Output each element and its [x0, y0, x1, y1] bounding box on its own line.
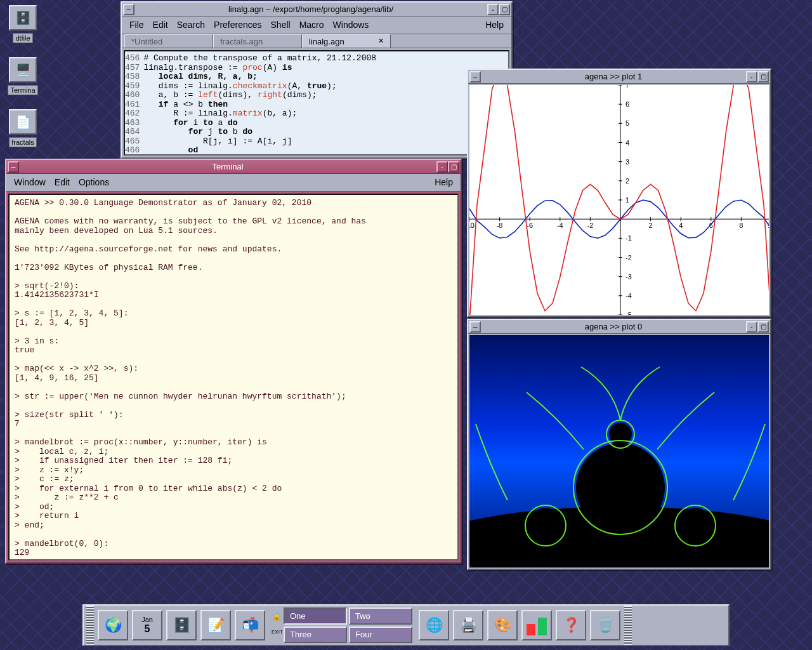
editor-content[interactable]: 456 457 458 459 460 461 462 463 464 465 …: [124, 50, 509, 156]
menu-edit[interactable]: Edit: [149, 18, 172, 31]
help-button[interactable]: ❓: [556, 610, 586, 640]
menu-edit[interactable]: Edit: [51, 176, 74, 189]
plot1-canvas: -10-8-6-4-2246810-5-4-3-2-11234567: [469, 85, 769, 315]
panel-grip-left[interactable]: [86, 606, 94, 645]
close-icon[interactable]: ✕: [359, 37, 384, 45]
svg-text:2: 2: [649, 222, 653, 229]
svg-text:-2: -2: [587, 222, 594, 229]
svg-text:-10: -10: [469, 222, 475, 229]
desktop-icon-dtfile[interactable]: 🗄️ dtfile: [5, 5, 41, 43]
file-manager-button[interactable]: 🗄️: [166, 610, 197, 640]
menu-options[interactable]: Options: [75, 176, 113, 189]
svg-point-50: [528, 508, 563, 543]
svg-text:4: 4: [679, 222, 683, 229]
menu-macro[interactable]: Macro: [296, 18, 328, 31]
workspace-two[interactable]: Two: [349, 607, 412, 625]
plot0-window: agena >> plot 0: [467, 319, 771, 570]
svg-text:-4: -4: [557, 222, 563, 229]
exit-button[interactable]: EXIT: [272, 627, 282, 644]
svg-text:2: 2: [625, 177, 629, 185]
svg-text:-8: -8: [497, 222, 503, 229]
desktop-icon-terminal[interactable]: 🖥️ Termina: [5, 57, 41, 95]
workspace-four[interactable]: Four: [349, 627, 412, 644]
terminal-window: Terminal Window Edit Options Help AGENA …: [5, 159, 462, 564]
window-menu-button[interactable]: [123, 4, 134, 15]
svg-text:5: 5: [625, 119, 629, 127]
line-gutter: 456 457 458 459 460 461 462 463 464 465 …: [125, 54, 143, 152]
calendar-day: 5: [145, 623, 150, 635]
terminal-icon: 🖥️: [9, 57, 37, 83]
printer-button[interactable]: 🖨️: [453, 610, 483, 640]
desktop-icon-label: Termina: [8, 85, 37, 95]
panel-grip-right[interactable]: [624, 606, 632, 645]
menu-windows[interactable]: Windows: [329, 18, 373, 31]
svg-point-48: [576, 443, 665, 532]
trash-button[interactable]: 🗑️: [590, 610, 620, 640]
minimize-button[interactable]: [487, 4, 499, 15]
terminal-menubar: Window Edit Options Help: [6, 174, 461, 192]
window-menu-button[interactable]: [469, 71, 481, 83]
menu-help[interactable]: Help: [481, 18, 508, 31]
window-menu-button[interactable]: [8, 161, 19, 173]
editor-tabs: *Untitled fractals.agn linalg.agn✕: [122, 34, 511, 48]
plot1-title: agena >> plot 1: [481, 70, 746, 83]
terminal-titlebar[interactable]: Terminal: [6, 160, 461, 174]
svg-text:-6: -6: [527, 222, 533, 229]
desktop-icon-label: dtfile: [13, 33, 32, 43]
tab-fractals[interactable]: fractals.agn: [213, 34, 302, 48]
mail-button[interactable]: 📬: [235, 610, 265, 640]
svg-point-51: [678, 508, 713, 543]
code-area[interactable]: # Compute the transpose of a matrix, 21.…: [143, 54, 376, 152]
menu-shell[interactable]: Shell: [267, 18, 294, 31]
editor-titlebar[interactable]: linalg.agn – /export/home/proglang/agena…: [122, 3, 511, 17]
menu-window[interactable]: Window: [10, 176, 49, 189]
plot0-titlebar[interactable]: agena >> plot 0: [468, 320, 770, 334]
svg-text:-5: -5: [625, 311, 632, 315]
perf-meter-button[interactable]: [521, 610, 552, 640]
desktop-icon-fractals[interactable]: 📄 fractals: [5, 109, 41, 147]
menu-file[interactable]: File: [126, 18, 148, 31]
svg-text:3: 3: [625, 158, 629, 166]
minimize-button[interactable]: [746, 321, 757, 333]
maximize-button[interactable]: [757, 71, 769, 83]
workspace-switcher: 🔒 One Two EXIT Three Four: [269, 607, 415, 643]
svg-text:-4: -4: [625, 292, 632, 300]
lock-icon[interactable]: 🔒: [272, 607, 282, 625]
svg-text:-2: -2: [625, 254, 632, 262]
workspace-three[interactable]: Three: [284, 627, 347, 644]
notes-button[interactable]: 📝: [200, 610, 231, 640]
svg-text:7: 7: [625, 85, 629, 89]
svg-text:-3: -3: [625, 273, 632, 281]
plot1-titlebar[interactable]: agena >> plot 1: [468, 70, 770, 84]
minimize-button[interactable]: [746, 71, 757, 83]
terminal-title: Terminal: [19, 161, 436, 173]
window-menu-button[interactable]: [469, 321, 481, 333]
plot1-window: agena >> plot 1 -10-8-6-4-2246810-5-4-3-…: [467, 69, 771, 317]
editor-window: linalg.agn – /export/home/proglang/agena…: [121, 1, 513, 159]
mandelbrot-svg: [469, 335, 769, 567]
calendar-button[interactable]: Jan 5: [132, 610, 162, 640]
maximize-button[interactable]: [757, 321, 769, 333]
svg-text:-1: -1: [625, 234, 632, 242]
tab-untitled[interactable]: *Untitled: [124, 34, 213, 48]
svg-text:6: 6: [625, 100, 629, 108]
filecabinet-icon: 🗄️: [9, 5, 37, 30]
tab-linalg[interactable]: linalg.agn✕: [302, 34, 391, 48]
maximize-button[interactable]: [448, 161, 459, 173]
minimize-button[interactable]: [436, 161, 448, 173]
desktop-icon-label: fractals: [9, 137, 36, 147]
plot1-svg: -10-8-6-4-2246810-5-4-3-2-11234567: [469, 85, 769, 315]
svg-text:1: 1: [625, 196, 629, 204]
editor-menubar: File Edit Search Preferences Shell Macro…: [122, 17, 511, 34]
menu-help[interactable]: Help: [431, 176, 457, 189]
clock-button[interactable]: 🌍: [98, 610, 128, 640]
menu-search[interactable]: Search: [173, 18, 209, 31]
svg-text:8: 8: [739, 222, 743, 229]
globe-button[interactable]: 🌐: [419, 610, 449, 640]
svg-rect-58: [527, 624, 535, 635]
terminal-output[interactable]: AGENA >> 0.30.0 Language Demonstrator as…: [8, 194, 459, 560]
style-button[interactable]: 🎨: [487, 610, 518, 640]
maximize-button[interactable]: [499, 4, 510, 15]
menu-preferences[interactable]: Preferences: [210, 18, 265, 31]
workspace-one[interactable]: One: [284, 607, 347, 625]
